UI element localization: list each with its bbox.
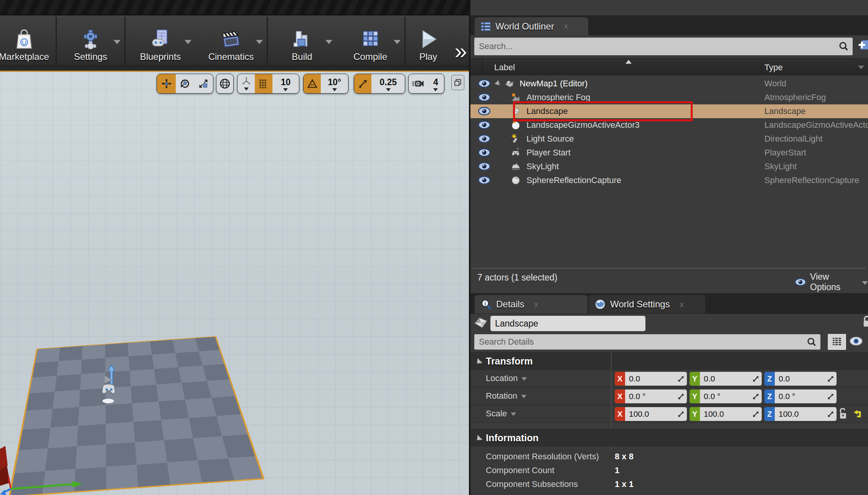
level-viewport[interactable]: 10 10° 0.25 4 [0,72,469,495]
visibility-eye-icon[interactable] [478,120,490,129]
build-dropdown-arrow-icon[interactable] [325,40,332,44]
add-actor-button[interactable] [855,38,868,51]
rotation-z-field[interactable]: Z 0.0 ° [764,389,837,403]
outliner-row-newmap1[interactable]: NewMap1 (Editor) World [470,77,868,91]
settings-dropdown-arrow-icon[interactable] [114,40,120,44]
tab-world-outliner[interactable]: World Outliner x [475,17,588,35]
visibility-eye-icon[interactable] [478,107,490,116]
build-button[interactable]: Build [268,15,336,66]
grid-snap-value-button[interactable]: 10 [272,74,299,93]
surface-snap-dropdown-icon[interactable] [244,87,249,91]
expand-arrow-icon[interactable] [495,80,502,87]
compile-button[interactable]: Compile [336,15,404,66]
cinematics-dropdown-arrow-icon[interactable] [256,40,263,44]
rotation-snap-toggle-button[interactable] [304,74,321,93]
scale-label[interactable]: Scale [486,409,507,419]
maximize-viewport-button[interactable] [451,75,464,90]
location-z-field[interactable]: Z 0.0 [764,372,837,386]
settings-button[interactable]: Settings [57,15,124,66]
actor-name-input[interactable] [490,318,645,329]
scale-snap-toggle-button[interactable] [354,74,371,93]
spinbox-drag-icon[interactable] [827,375,834,383]
transform-gizmo-axes[interactable] [0,446,96,495]
actor-name-field[interactable] [490,316,645,331]
world-space-toggle-button[interactable] [216,74,233,93]
spinbox-drag-icon[interactable] [752,393,759,400]
marketplace-button[interactable]: Marketplace [0,15,56,66]
transform-section-header[interactable]: Transform [470,352,868,370]
property-matrix-button[interactable] [827,333,847,350]
compile-dropdown-arrow-icon[interactable] [394,40,401,44]
spinbox-drag-icon[interactable] [752,375,759,383]
outliner-row-player-start[interactable]: Player Start PlayerStart [470,146,868,160]
spinbox-drag-icon[interactable] [752,411,759,418]
rotation-y-field[interactable]: Y 0.0 ° [690,389,762,403]
spinbox-drag-icon[interactable] [827,393,834,400]
reset-to-default-icon[interactable] [853,409,863,419]
rotation-dropdown-icon[interactable] [521,395,526,398]
location-x-field[interactable]: X 0.0 [615,372,687,386]
spinbox-drag-icon[interactable] [677,393,685,400]
tab-details[interactable]: i Details x [475,295,587,314]
spinbox-drag-icon[interactable] [677,411,685,418]
blueprints-button[interactable]: Blueprints [125,15,195,66]
scale-tool-button[interactable] [194,74,213,93]
scale-z-field[interactable]: Z 100.0 [764,407,837,421]
location-y-field[interactable]: Y 0.0 [690,372,762,386]
view-options-button[interactable]: View Options [795,272,868,292]
scale-snap-dropdown-icon[interactable] [386,88,391,91]
lock-details-icon[interactable] [861,315,868,329]
scale-lock-icon[interactable] [838,408,848,421]
close-tab-icon[interactable]: x [564,22,568,31]
close-tab-icon[interactable]: x [680,300,684,309]
visibility-eye-icon[interactable] [478,93,490,102]
scale-y-field[interactable]: Y 100.0 [690,407,762,421]
play-button[interactable]: Play [406,15,451,66]
spinbox-drag-icon[interactable] [827,411,834,418]
cinematics-button[interactable]: Cinematics [195,15,267,66]
details-search-box[interactable] [474,334,820,350]
camera-speed-value-button[interactable]: 4 [427,74,444,93]
column-header-label[interactable]: Label [494,63,515,73]
location-dropdown-icon[interactable] [521,377,527,381]
visibility-eye-icon[interactable] [478,148,490,157]
rotation-label[interactable]: Rotation [486,391,517,401]
scale-snap-value-button[interactable]: 0.25 [371,74,405,93]
rotate-tool-button[interactable] [176,74,194,93]
information-section-header[interactable]: Information [470,429,868,447]
visibility-eye-icon[interactable] [478,134,490,143]
details-search-input[interactable] [474,337,807,347]
outliner-search-input[interactable] [474,41,839,51]
visibility-eye-icon[interactable] [478,162,490,171]
rotation-x-field[interactable]: X 0.0 ° [615,389,687,403]
outliner-row-sphere-reflection[interactable]: SphereReflectionCapture SphereReflection… [470,173,868,187]
tab-world-settings[interactable]: World Settings x [589,295,705,314]
close-tab-icon[interactable]: x [534,300,538,309]
scale-x-field[interactable]: X 100.0 [615,407,687,421]
grid-snap-dropdown-icon[interactable] [283,88,288,91]
scale-dropdown-icon[interactable] [511,412,516,416]
camera-speed-button[interactable] [409,74,427,93]
surface-snap-button[interactable] [238,74,255,93]
player-start-actor[interactable] [96,364,127,406]
outliner-row-light-source[interactable]: Light Source DirectionalLight [470,132,868,146]
blueprints-dropdown-arrow-icon[interactable] [185,40,191,44]
section-collapse-icon[interactable] [475,435,483,443]
display-filter-eye-icon[interactable] [850,337,863,346]
visibility-eye-icon[interactable] [478,79,490,88]
camera-speed-dropdown-icon[interactable] [433,88,438,91]
rotation-snap-dropdown-icon[interactable] [332,88,337,91]
spinbox-drag-icon[interactable] [677,375,685,383]
column-header-type[interactable]: Type [764,63,783,73]
outliner-search-box[interactable] [474,38,853,55]
visibility-eye-icon[interactable] [478,176,490,185]
grid-snap-toggle-button[interactable] [255,74,272,93]
rotation-snap-value-button[interactable]: 10° [321,74,348,93]
section-collapse-icon[interactable] [475,358,483,366]
sort-ascending-icon[interactable] [625,60,632,64]
outliner-row-skylight[interactable]: SkyLight SkyLight [470,160,868,173]
column-options-icon[interactable] [858,66,864,69]
toolbar-overflow-button[interactable]: » [451,15,469,66]
location-label[interactable]: Location [486,373,518,383]
move-tool-button[interactable] [157,74,176,93]
